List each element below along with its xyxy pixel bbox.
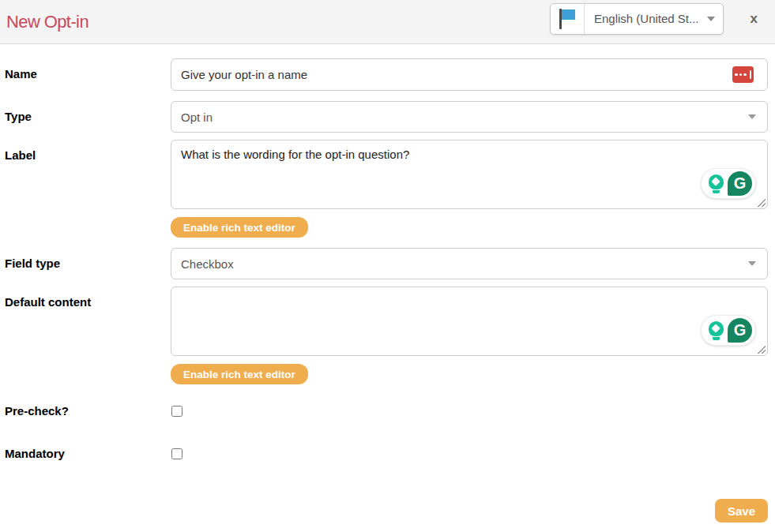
type-select-value: Opt in: [181, 111, 213, 124]
chevron-down-icon: [707, 17, 715, 21]
language-selector[interactable]: English (United St...: [550, 3, 724, 35]
pre-check-checkbox[interactable]: [171, 406, 182, 417]
modal-footer: Save: [715, 499, 768, 523]
grammarly-icon: G: [728, 318, 752, 343]
type-label: Type: [5, 101, 171, 123]
grammarly-icon: G: [728, 171, 752, 196]
mandatory-checkbox[interactable]: [171, 448, 182, 459]
field-type-select[interactable]: Checkbox: [171, 248, 768, 279]
save-button[interactable]: Save: [715, 499, 768, 523]
label-textarea[interactable]: What is the wording for the opt-in quest…: [171, 140, 768, 209]
default-content-label: Default content: [5, 287, 171, 309]
label-row: Label What is the wording for the opt-in…: [5, 140, 768, 238]
name-input[interactable]: [171, 58, 768, 91]
label-label: Label: [5, 140, 171, 162]
mandatory-label: Mandatory: [5, 438, 171, 460]
default-content-textarea[interactable]: [171, 287, 768, 356]
lightbulb-icon: [706, 172, 725, 196]
chevron-down-icon: [748, 261, 756, 266]
mandatory-row: Mandatory: [5, 438, 768, 463]
type-row: Type Opt in: [5, 101, 768, 133]
name-label: Name: [5, 58, 171, 81]
enable-rich-text-button[interactable]: Enable rich text editor: [171, 217, 308, 238]
chevron-down-icon: [748, 114, 756, 119]
close-button[interactable]: x: [747, 8, 761, 30]
resize-handle-icon[interactable]: [757, 345, 766, 354]
modal-header: New Opt-in English (United St... x: [0, 0, 775, 44]
default-content-row: Default content G Enable rich text edito…: [5, 287, 768, 384]
pre-check-label: Pre-check?: [5, 395, 171, 418]
header-actions: English (United St... x: [550, 3, 767, 35]
lastpass-icon[interactable]: [732, 66, 754, 83]
pre-check-row: Pre-check?: [5, 395, 768, 420]
grammarly-widget[interactable]: G: [701, 168, 756, 199]
field-type-label: Field type: [5, 248, 171, 270]
field-type-select-value: Checkbox: [181, 257, 234, 271]
name-row: Name: [5, 58, 768, 91]
new-opt-in-modal: New Opt-in English (United St... x Name: [0, 0, 775, 463]
resize-handle-icon[interactable]: [757, 198, 766, 207]
lightbulb-icon: [706, 319, 725, 343]
type-select[interactable]: Opt in: [171, 101, 768, 133]
page-title: New Opt-in: [6, 12, 88, 32]
flag-icon: [551, 4, 585, 34]
language-selector-value: English (United St...: [585, 12, 707, 25]
enable-rich-text-button[interactable]: Enable rich text editor: [171, 364, 308, 384]
field-type-row: Field type Checkbox: [5, 248, 768, 279]
opt-in-form: Name Type Opt in L: [0, 44, 775, 463]
grammarly-widget[interactable]: G: [701, 315, 756, 346]
